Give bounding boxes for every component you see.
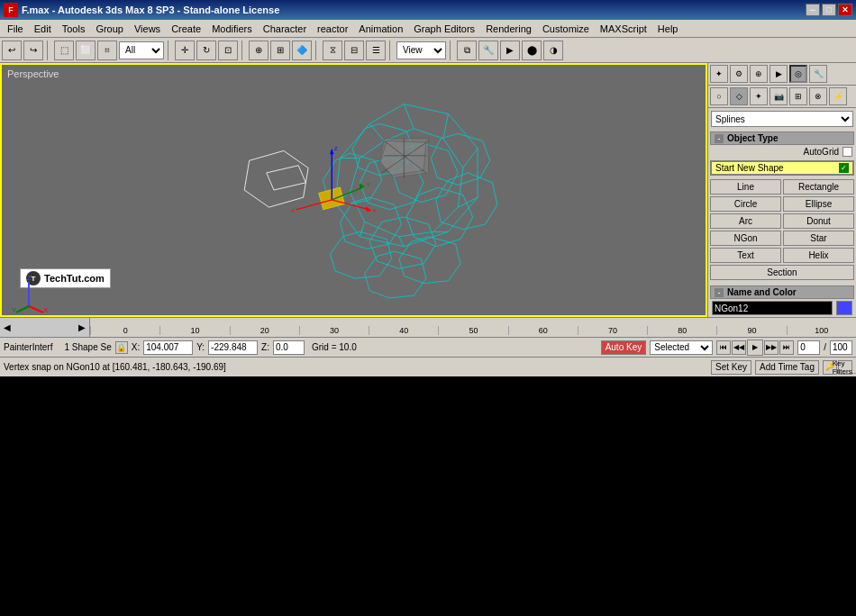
svg-line-46 (16, 306, 29, 313)
helpers-icon[interactable]: ⊞ (789, 87, 807, 105)
render-setup-button[interactable]: 🔧 (478, 41, 498, 60)
scale-button[interactable]: ⊡ (218, 41, 238, 60)
spacewarps-icon[interactable]: ⊗ (809, 87, 827, 105)
start-new-shape-button[interactable]: Start New Shape ✓ (710, 160, 854, 176)
ngon-button[interactable]: NGon (710, 231, 781, 246)
scroll-left[interactable]: ◀ (4, 322, 11, 332)
category-select[interactable]: Splines (711, 111, 853, 127)
move-button[interactable]: ✛ (175, 41, 195, 60)
y-label: Y: (196, 342, 205, 352)
select-button[interactable]: ⬚ (54, 41, 74, 60)
app-icon: F (4, 3, 18, 17)
rotate-button[interactable]: ↻ (196, 41, 216, 60)
systems-icon[interactable]: ⚡ (829, 87, 847, 105)
status-message: Vertex snap on NGon10 at [160.481, -180.… (4, 362, 707, 372)
play-button[interactable]: ▶ (747, 340, 763, 356)
autogrid-label: AutoGrid (804, 147, 839, 157)
selected-select[interactable]: Selected (650, 340, 713, 355)
view-select[interactable]: View (396, 41, 446, 59)
ellipse-button[interactable]: Ellipse (783, 196, 854, 212)
geometry-icon[interactable]: ○ (710, 87, 728, 105)
next-key-button[interactable]: ▶▶ (764, 340, 779, 355)
watermark-text: TechTut.com (44, 273, 105, 284)
maximize-button[interactable]: □ (822, 4, 836, 16)
donut-button[interactable]: Donut (783, 213, 854, 229)
y-input[interactable] (208, 340, 258, 355)
z-input[interactable] (273, 340, 305, 355)
color-swatch[interactable] (836, 301, 852, 315)
prev-key-button[interactable]: ◀◀ (732, 340, 746, 355)
circle-button[interactable]: Circle (710, 196, 781, 212)
filter-select[interactable]: All (119, 41, 164, 59)
line-button[interactable]: Line (710, 179, 781, 195)
menu-customize[interactable]: Customize (537, 22, 595, 36)
menu-edit[interactable]: Edit (29, 22, 57, 36)
undo-button[interactable]: ↩ (2, 41, 22, 60)
modify-icon[interactable]: ⚙ (730, 65, 748, 83)
close-button[interactable]: ✕ (838, 4, 852, 16)
frame-input[interactable] (797, 340, 820, 355)
object-type-collapse[interactable]: - (715, 134, 724, 143)
layer-button[interactable]: ☰ (366, 41, 386, 60)
auto-key-button[interactable]: Auto Key (601, 340, 647, 355)
name-input[interactable] (712, 301, 833, 315)
menu-reactor[interactable]: reactor (312, 22, 353, 36)
rectangle-button[interactable]: Rectangle (783, 179, 854, 195)
set-key-button[interactable]: Set Key (711, 360, 751, 375)
star-button[interactable]: Star (783, 231, 854, 246)
arc-button[interactable]: Arc (710, 213, 781, 229)
menu-character[interactable]: Character (258, 22, 312, 36)
menu-views[interactable]: Views (129, 22, 166, 36)
svg-line-3 (443, 114, 448, 139)
prev-frame-button[interactable]: ⏮ (716, 340, 731, 355)
select-region-button[interactable]: ⬜ (76, 41, 96, 60)
menu-file[interactable]: File (2, 22, 29, 36)
motion-icon[interactable]: ▶ (769, 65, 788, 83)
object-type-label: Object Type (727, 133, 779, 143)
helix-button[interactable]: Helix (783, 248, 854, 263)
mirror-button[interactable]: ⧖ (323, 41, 342, 60)
mark-30: 30 (299, 326, 369, 335)
menu-animation[interactable]: Animation (353, 22, 408, 36)
select-lasso-button[interactable]: ⌗ (97, 41, 117, 60)
active-shade-button[interactable]: ◑ (543, 41, 563, 60)
menu-tools[interactable]: Tools (57, 22, 91, 36)
utilities-icon[interactable]: 🔧 (809, 65, 827, 83)
cameras-icon[interactable]: 📷 (769, 87, 788, 105)
menu-maxscript[interactable]: MAXScript (595, 22, 652, 36)
menu-rendering[interactable]: Rendering (480, 22, 537, 36)
lock-button[interactable]: 🔒 (115, 341, 128, 354)
display-icon[interactable]: ◎ (789, 65, 807, 83)
text-button[interactable]: Text (710, 248, 781, 263)
next-frame-button[interactable]: ⏭ (779, 340, 794, 355)
align-button[interactable]: ⊟ (344, 41, 364, 60)
mark-10: 10 (159, 326, 229, 335)
add-time-tag-button[interactable]: Add Time Tag (755, 360, 819, 375)
shapes-icon[interactable]: ◇ (730, 87, 748, 105)
lights-icon[interactable]: ✦ (750, 87, 768, 105)
menu-modifiers[interactable]: Modifiers (206, 22, 258, 36)
viewport[interactable]: Perspective (0, 63, 707, 317)
render-frame-button[interactable]: ⬤ (522, 41, 542, 60)
menu-help[interactable]: Help (652, 22, 684, 36)
snap2-button[interactable]: ⊞ (270, 41, 290, 60)
z-label: Z: (261, 342, 269, 352)
redo-button[interactable]: ↪ (23, 41, 43, 60)
name-color-collapse[interactable]: - (715, 288, 724, 297)
hierarchy-icon[interactable]: ⊕ (750, 65, 768, 83)
create-icon[interactable]: ✦ (710, 65, 728, 83)
curve-editor-button[interactable]: ⧉ (457, 41, 477, 60)
x-input[interactable] (143, 340, 193, 355)
end-frame-input[interactable] (830, 340, 852, 355)
autogrid-checkbox[interactable] (842, 147, 852, 157)
menu-create[interactable]: Create (166, 22, 206, 36)
scroll-right[interactable]: ▶ (78, 322, 86, 332)
render-button[interactable]: ▶ (500, 41, 520, 60)
key-filters-button[interactable]: Key Filters... (838, 360, 852, 375)
snap-button[interactable]: ⊕ (249, 41, 269, 60)
menu-group[interactable]: Group (90, 22, 129, 36)
minimize-button[interactable]: ─ (806, 4, 820, 16)
section-button[interactable]: Section (710, 265, 854, 280)
menu-graph-editors[interactable]: Graph Editors (408, 22, 480, 36)
snap3-button[interactable]: 🔷 (292, 41, 312, 60)
